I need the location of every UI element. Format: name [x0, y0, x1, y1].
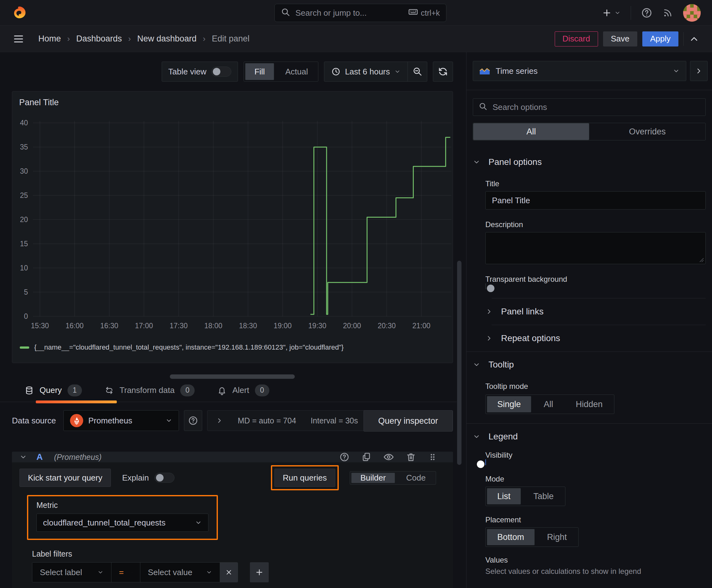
svg-text:40: 40	[20, 119, 28, 127]
max-data-points: MD = auto = 704	[238, 416, 296, 425]
panel-title: Panel Title	[19, 98, 59, 107]
zoom-out-icon[interactable]	[408, 62, 427, 81]
apply-button[interactable]: Apply	[642, 31, 678, 46]
tooltip-hidden-option[interactable]: Hidden	[566, 396, 613, 413]
select-value-dropdown[interactable]: Select value	[140, 563, 220, 582]
query-help-icon[interactable]	[339, 452, 349, 462]
run-queries-button[interactable]: Run queries	[274, 469, 335, 487]
query-inspector-button[interactable]: Query inspector	[364, 410, 453, 432]
operator-dropdown[interactable]: =	[111, 563, 140, 582]
news-rss-icon[interactable]	[662, 7, 673, 18]
tooltip-mode-switch: Single All Hidden	[486, 395, 614, 414]
builder-option[interactable]: Builder	[351, 473, 395, 483]
breadcrumb-new-dashboard[interactable]: New dashboard	[137, 34, 196, 44]
collapse-header-icon[interactable]	[689, 34, 699, 44]
svg-text:19:30: 19:30	[308, 322, 326, 330]
breadcrumb-dashboards[interactable]: Dashboards	[76, 34, 122, 44]
panel-links-section[interactable]: Panel links	[473, 298, 706, 325]
metric-select[interactable]: cloudflared_tunnel_total_requests	[37, 513, 209, 532]
toggle-visibility-icon[interactable]	[383, 452, 394, 462]
filter-all-option[interactable]: All	[473, 123, 589, 140]
global-search[interactable]: ctrl+k	[274, 4, 447, 22]
duplicate-query-icon[interactable]	[361, 452, 371, 462]
explain-toggle[interactable]	[154, 473, 175, 483]
legend-list-option[interactable]: List	[487, 488, 521, 504]
explain-label: Explain	[122, 473, 149, 483]
legend-mode-switch: List Table	[486, 486, 565, 506]
fill-option[interactable]: Fill	[245, 63, 274, 80]
description-textarea[interactable]	[486, 232, 706, 264]
datasource-row: Data source Prometheus MD = auto = 704 I…	[12, 410, 453, 431]
help-icon[interactable]	[641, 7, 652, 19]
add-filter-icon[interactable]	[250, 562, 269, 582]
tab-transform[interactable]: Transform data 0	[105, 379, 195, 402]
metric-value: cloudflared_tunnel_total_requests	[43, 518, 166, 528]
select-label-dropdown[interactable]: Select label	[33, 563, 111, 582]
panel-options-section[interactable]: Panel options	[473, 155, 706, 169]
tooltip-all-option[interactable]: All	[534, 396, 563, 413]
values-help-text: Select values or calculations to show in…	[486, 567, 706, 576]
save-button[interactable]: Save	[603, 31, 637, 46]
time-range-picker[interactable]: Last 6 hours	[324, 67, 408, 77]
svg-text:21:00: 21:00	[412, 322, 430, 330]
collapse-options-icon[interactable]	[690, 61, 708, 81]
visualization-picker[interactable]: Time series	[473, 61, 686, 81]
search-icon	[281, 7, 290, 18]
table-view-toggle[interactable]	[211, 67, 231, 77]
legend-section[interactable]: Legend	[473, 430, 706, 443]
panel-title-input[interactable]	[486, 191, 706, 210]
svg-text:17:30: 17:30	[170, 322, 188, 330]
actual-option[interactable]: Actual	[277, 63, 317, 80]
delete-query-icon[interactable]	[406, 452, 416, 462]
grafana-logo-icon[interactable]	[11, 5, 27, 21]
legend-mode-label: Mode	[486, 475, 706, 483]
options-filter-switch: All Overrides	[473, 123, 706, 141]
expand-options-icon[interactable]	[216, 417, 223, 424]
resize-handle[interactable]	[170, 374, 295, 379]
explain-control: Explain	[122, 473, 175, 483]
tooltip-section[interactable]: Tooltip	[473, 358, 706, 371]
svg-text:35: 35	[20, 143, 28, 151]
options-search[interactable]	[473, 98, 706, 116]
avatar[interactable]	[683, 4, 701, 22]
datasource-value: Prometheus	[88, 416, 160, 426]
kickstart-query-button[interactable]: Kick start your query	[19, 469, 111, 487]
placement-right-option[interactable]: Right	[537, 529, 577, 545]
chart-legend-item[interactable]: {__name__="cloudflared_tunnel_total_requ…	[20, 343, 344, 352]
remove-filter-icon[interactable]	[220, 563, 238, 582]
placement-bottom-option[interactable]: Bottom	[487, 529, 535, 545]
repeat-options-section[interactable]: Repeat options	[473, 325, 706, 352]
transparent-bg-toggle[interactable]	[486, 283, 486, 289]
builder-code-switch: Builder Code	[350, 471, 436, 485]
tab-query[interactable]: Query 1	[24, 379, 82, 402]
tab-alert[interactable]: Alert 0	[217, 379, 269, 402]
code-option[interactable]: Code	[397, 473, 434, 483]
legend-visibility-toggle[interactable]	[486, 459, 486, 465]
options-search-input[interactable]	[493, 102, 700, 112]
menu-icon[interactable]	[13, 33, 24, 45]
datasource-help-icon[interactable]	[184, 410, 202, 431]
transform-count-badge: 0	[180, 384, 195, 396]
drag-query-handle-icon[interactable]	[428, 452, 437, 462]
search-input[interactable]	[296, 8, 404, 18]
svg-text:10: 10	[20, 264, 28, 272]
filter-overrides-option[interactable]: Overrides	[589, 123, 706, 140]
datasource-picker[interactable]: Prometheus	[63, 410, 179, 431]
refresh-icon[interactable]	[433, 62, 453, 82]
breadcrumb: Home › Dashboards › New dashboard › Edit…	[38, 34, 250, 44]
discard-button[interactable]: Discard	[555, 31, 598, 46]
left-scrollbar[interactable]	[457, 261, 461, 465]
query-options-bar: MD = auto = 704 Interval = 30s Query ins…	[207, 410, 453, 431]
query-ref-id: A	[37, 452, 43, 462]
legend-table-option[interactable]: Table	[523, 488, 564, 504]
add-menu-button[interactable]	[602, 8, 621, 18]
query-a-header[interactable]: A (Prometheus)	[12, 452, 453, 462]
editor-tabs: Query 1 Transform data 0 Alert 0	[0, 379, 457, 402]
svg-text:15: 15	[20, 240, 28, 248]
tooltip-single-option[interactable]: Single	[487, 396, 531, 413]
breadcrumb-home[interactable]: Home	[38, 34, 61, 44]
transparent-bg-label: Transparent background	[486, 275, 706, 284]
legend-placement-switch: Bottom Right	[486, 527, 579, 547]
svg-text:15:30: 15:30	[31, 322, 49, 330]
svg-text:18:30: 18:30	[239, 322, 257, 330]
